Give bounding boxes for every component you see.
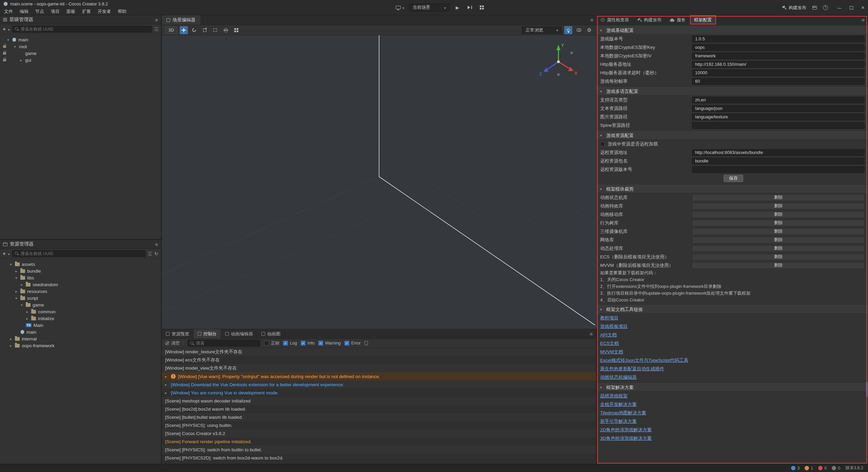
panel-menu-icon[interactable]: [155, 17, 158, 23]
console-log-line[interactable]: [Window] [Vue warn]: Property "onInput" …: [162, 372, 596, 380]
field-input[interactable]: [692, 166, 865, 173]
tab-animation-editor[interactable]: 动画编辑器: [221, 329, 257, 338]
console-log-line[interactable]: [Scene] [PHYSICS]: using builtin.: [162, 421, 596, 429]
field-input[interactable]: 1.0.5: [692, 36, 865, 42]
console-log-line[interactable]: [Scene] Forward render pipeline initiali…: [162, 437, 596, 446]
delete-button[interactable]: 删除: [692, 262, 865, 269]
tab-animation-graph[interactable]: 动画图: [257, 329, 285, 338]
expand-arrow-icon[interactable]: [9, 337, 13, 341]
scene-settings-button[interactable]: [585, 26, 593, 34]
move-tool-button[interactable]: [180, 26, 188, 34]
hierarchy-node[interactable]: root: [0, 43, 161, 50]
tab-asset-preview[interactable]: 资源预览: [162, 329, 194, 338]
checkbox-icon[interactable]: [264, 341, 269, 346]
minimize-button[interactable]: [837, 5, 842, 11]
close-button[interactable]: [861, 4, 865, 11]
asset-node[interactable]: resources: [0, 288, 161, 295]
expand-arrow-icon[interactable]: [19, 58, 23, 62]
solution-link[interactable]: Tiledmap地图解决方案: [600, 410, 646, 416]
solution-link[interactable]: 战棋游戏框架: [600, 393, 628, 399]
expand-arrow-icon[interactable]: [14, 276, 18, 280]
rotate-tool-button[interactable]: [190, 26, 198, 34]
tab-services[interactable]: 服务: [666, 15, 690, 24]
filter-icon[interactable]: [148, 252, 152, 255]
delete-button[interactable]: 删除: [692, 211, 865, 218]
section-module-trim[interactable]: 框架模块裁剪: [597, 185, 868, 193]
clear-console-button[interactable]: 清空: [165, 340, 180, 346]
console-log-line[interactable]: [Scene] Cocos Creator v3.8.2: [162, 429, 596, 437]
panel-menu-icon[interactable]: [155, 241, 158, 247]
delete-button[interactable]: 删除: [692, 220, 865, 227]
expand-arrow-icon[interactable]: [165, 383, 169, 387]
expand-arrow-icon[interactable]: [20, 303, 24, 307]
checkbox-checked-icon[interactable]: [344, 341, 349, 346]
field-input[interactable]: [692, 122, 865, 129]
console-log-line[interactable]: [Scene] [PHYSICS]: switch from builtin t…: [162, 446, 596, 454]
console-search-input[interactable]: [196, 341, 258, 346]
scene-camera-button[interactable]: [575, 26, 583, 34]
checkbox-checked-icon[interactable]: [283, 341, 288, 346]
console-log-line[interactable]: [Window] render_texture文件夹不存在: [162, 348, 596, 356]
expand-arrow-icon[interactable]: [13, 45, 17, 48]
field-input[interactable]: http://192.168.0.150/main/: [692, 61, 865, 68]
log-filter-toggle[interactable]: Warning: [318, 341, 341, 346]
menu-item[interactable]: 扩展: [79, 8, 94, 15]
snap-settings-button[interactable]: [232, 26, 240, 34]
asset-node[interactable]: script: [0, 295, 161, 301]
section-doc-links[interactable]: 框架文档工具链接: [597, 305, 868, 314]
field-input[interactable]: language/json: [692, 105, 865, 112]
checkbox-checked-icon[interactable]: [318, 341, 323, 346]
doc-link[interactable]: API文档: [600, 332, 617, 338]
panel-menu-icon[interactable]: [862, 17, 865, 23]
menu-item[interactable]: 项目: [47, 8, 63, 15]
filter-icon[interactable]: [154, 27, 158, 31]
expand-arrow-icon[interactable]: [165, 375, 169, 378]
asset-node[interactable]: initialize: [0, 315, 161, 322]
delete-button[interactable]: 删除: [692, 194, 865, 201]
expand-arrow-icon[interactable]: [14, 269, 18, 273]
create-asset-button[interactable]: [3, 251, 6, 257]
section-resource-config[interactable]: 游戏资源配置: [597, 131, 868, 140]
expand-arrow-icon[interactable]: [25, 317, 29, 320]
toggle-3d-button[interactable]: 3D: [165, 26, 177, 34]
gizmo-visibility-button[interactable]: [564, 26, 572, 34]
solution-link[interactable]: 新手引导解决方案: [600, 418, 637, 425]
log-filter-toggle[interactable]: Info: [301, 341, 315, 346]
field-input[interactable]: 10000: [692, 70, 865, 76]
doc-link[interactable]: 游戏模板项目: [600, 323, 628, 330]
console-log-line[interactable]: [Scene] meshopt wasm decoder initialized: [162, 397, 596, 405]
rect-tool-button[interactable]: [211, 26, 219, 34]
package-icon[interactable]: [812, 6, 817, 9]
remote-load-checkbox[interactable]: [600, 142, 605, 146]
hierarchy-node[interactable]: gui: [0, 57, 161, 63]
step-button[interactable]: [465, 3, 474, 12]
axis-gizmo[interactable]: Y X Z: [536, 41, 580, 80]
scrollbar-thumb[interactable]: [866, 382, 868, 397]
expand-arrow-icon[interactable]: [14, 290, 18, 293]
field-input[interactable]: zh,en: [692, 97, 865, 103]
console-log-line[interactable]: [Window] You are running Vue in developm…: [162, 389, 596, 397]
solution-link[interactable]: 3D角色扮演游戏解决方案: [600, 435, 652, 441]
preview-device-button[interactable]: [394, 3, 406, 12]
doc-link[interactable]: 动画状态机编辑器: [600, 374, 637, 380]
asset-node[interactable]: game: [0, 301, 161, 308]
chevron-down-icon[interactable]: [8, 251, 10, 257]
field-input[interactable]: 60: [692, 78, 865, 85]
field-input[interactable]: oops: [692, 44, 865, 51]
section-language-config[interactable]: 游戏多语言配置: [597, 87, 868, 96]
menu-item[interactable]: 帮助: [114, 8, 130, 15]
build-publish-button[interactable]: 构建发布: [782, 5, 806, 11]
asset-node[interactable]: oops-framework: [0, 342, 161, 349]
panel-menu-icon[interactable]: [590, 331, 593, 337]
console-log-line[interactable]: [Scene] [box2d]:box2d wasm lib loaded.: [162, 405, 596, 413]
field-input[interactable]: framework: [692, 53, 865, 59]
asset-node[interactable]: libs: [0, 274, 161, 281]
transform-space-button[interactable]: [222, 26, 230, 34]
chevron-down-icon[interactable]: [8, 26, 10, 32]
doc-link[interactable]: 原生包热更新配置自动生成插件: [600, 366, 664, 372]
panel-menu-icon[interactable]: [590, 17, 593, 23]
menu-item[interactable]: 编辑: [16, 8, 32, 15]
menu-item[interactable]: 面板: [63, 8, 79, 15]
expand-arrow-icon[interactable]: [14, 296, 18, 300]
menu-item[interactable]: 开发者: [94, 8, 114, 15]
